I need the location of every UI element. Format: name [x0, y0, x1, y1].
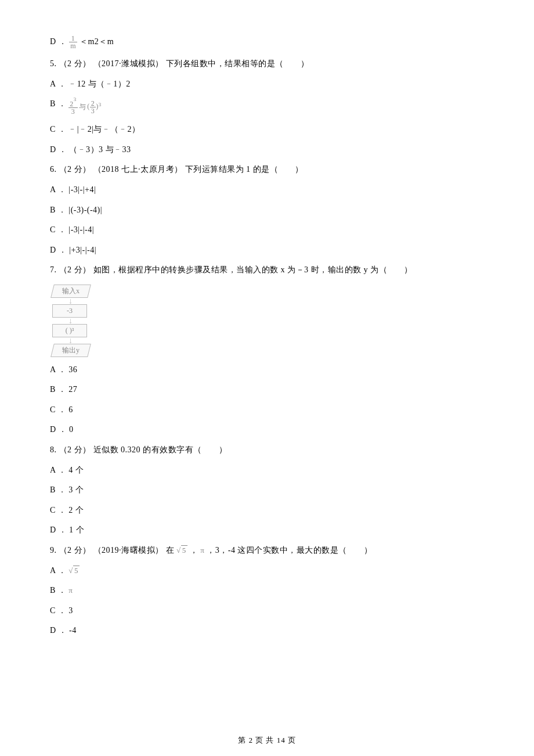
- q5-option-a: A ． ﹣12 与（﹣1）2: [50, 78, 484, 90]
- q8-option-b: B ． 3 个: [50, 484, 484, 496]
- q4d-prefix: D ．: [50, 37, 67, 46]
- q6-option-d: D ． |+3|-|-4|: [50, 244, 484, 256]
- flow-arrow-icon: ↓: [68, 337, 484, 344]
- q5-option-b: B ． 23 3 与 ( 2 3 )3: [50, 98, 484, 115]
- q9-option-d: D ． -4: [50, 625, 484, 636]
- q6-option-c: C ． |-3|-|-4|: [50, 224, 484, 236]
- q7-option-c: C ． 6: [50, 404, 484, 416]
- sqrt5-icon: √5: [176, 545, 187, 556]
- q9-option-a: A ． √5: [50, 565, 484, 577]
- flow-step2-box: ( )³: [52, 324, 87, 337]
- fraction-1-over-m-icon: 1 m: [69, 35, 77, 49]
- flow-step1-box: -3: [52, 304, 87, 318]
- q5b-prefix: B ．: [50, 99, 66, 108]
- q9-option-b: B ． π: [50, 585, 484, 596]
- flow-arrow-icon: ↓: [68, 318, 484, 324]
- q9-option-c: C ． 3: [50, 605, 484, 617]
- q8-stem: 8. （2 分） 近似数 0.320 的有效数字有（ ）: [50, 444, 484, 456]
- q5-option-c: C ． ﹣|﹣2|与﹣（﹣2）: [50, 124, 484, 135]
- page-footer: 第 2 页 共 14 页: [0, 735, 534, 746]
- q7-option-d: D ． 0: [50, 424, 484, 435]
- pi-icon: π: [68, 586, 73, 595]
- q8-option-c: C ． 2 个: [50, 505, 484, 516]
- q7-option-b: B ． 27: [50, 384, 484, 395]
- q7-option-a: A ． 36: [50, 364, 484, 376]
- q6-option-a: A ． |-3|-|+4|: [50, 184, 484, 196]
- flow-arrow-icon: ↓: [68, 298, 484, 304]
- q5-option-d: D ． （﹣3）3 与﹣33: [50, 144, 484, 156]
- flow-output-box: 输出y: [50, 344, 91, 357]
- q8-option-a: A ． 4 个: [50, 465, 484, 476]
- q6-stem: 6. （2 分） （2018 七上·太原月考） 下列运算结果为 1 的是（ ）: [50, 164, 484, 175]
- q7-flowchart-icon: 输入x ↓ -3 ↓ ( )³ ↓ 输出y: [50, 285, 484, 357]
- q5-stem: 5. （2 分） （2017·潍城模拟） 下列各组数中，结果相等的是（ ）: [50, 58, 484, 70]
- q4d-suffix: ＜m2＜m: [80, 37, 114, 46]
- q9-stem: 9. （2 分） （2019·海曙模拟） 在 √5 ， π ，3，-4 这四个实…: [50, 545, 484, 556]
- q7-stem: 7. （2 分） 如图，根据程序中的转换步骤及结果，当输入的数 x 为－3 时，…: [50, 264, 484, 276]
- q6-option-b: B ． |(-3)-(-4)|: [50, 204, 484, 216]
- flow-input-box: 输入x: [50, 285, 91, 298]
- q4-option-d: D ． 1 m ＜m2＜m: [50, 35, 484, 49]
- q8-option-d: D ． 1 个: [50, 524, 484, 536]
- sqrt5-icon: √5: [68, 566, 80, 576]
- pi-icon: π: [200, 546, 204, 555]
- q5b-math-icon: 23 3 与 ( 2 3 )3: [68, 99, 102, 115]
